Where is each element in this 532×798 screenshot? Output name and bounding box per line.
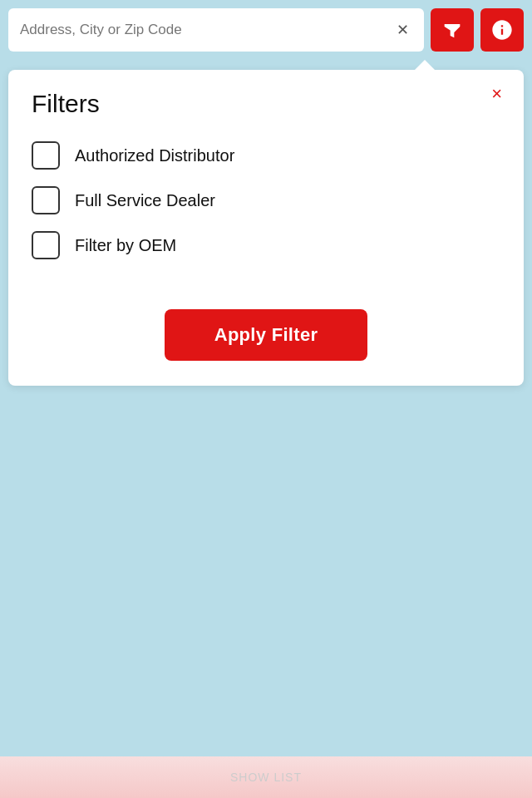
info-button[interactable]: [480, 8, 524, 52]
filter-options-list: Authorized Distributor Full Service Deal…: [32, 141, 500, 259]
info-icon: [490, 18, 514, 42]
filter-title: Filters: [32, 90, 500, 118]
show-list-label: SHOW LIST: [230, 771, 302, 784]
filter-option-filter-by-oem[interactable]: Filter by OEM: [32, 231, 500, 259]
filter-label-filter-by-oem: Filter by OEM: [75, 236, 176, 255]
filter-option-authorized-distributor[interactable]: Authorized Distributor: [32, 141, 500, 170]
checkbox-authorized-distributor[interactable]: [32, 141, 60, 170]
search-input[interactable]: [20, 22, 393, 38]
filter-panel: × Filters Authorized Distributor Full Se…: [8, 70, 524, 386]
filter-option-full-service-dealer[interactable]: Full Service Dealer: [32, 186, 500, 214]
top-bar: ✕: [0, 0, 532, 60]
search-container: ✕: [8, 8, 424, 52]
checkbox-full-service-dealer[interactable]: [32, 186, 60, 214]
filter-label-authorized-distributor: Authorized Distributor: [75, 146, 234, 165]
close-filter-button[interactable]: ×: [485, 81, 509, 106]
clear-search-button[interactable]: ✕: [393, 17, 412, 42]
checkbox-filter-by-oem[interactable]: [32, 231, 60, 259]
apply-filter-button[interactable]: Apply Filter: [165, 309, 368, 361]
bottom-bar: SHOW LIST: [0, 756, 532, 798]
dropdown-arrow: [413, 60, 436, 71]
filter-label-full-service-dealer: Full Service Dealer: [75, 191, 215, 210]
filter-icon: [441, 18, 464, 42]
filter-button[interactable]: [431, 8, 474, 52]
